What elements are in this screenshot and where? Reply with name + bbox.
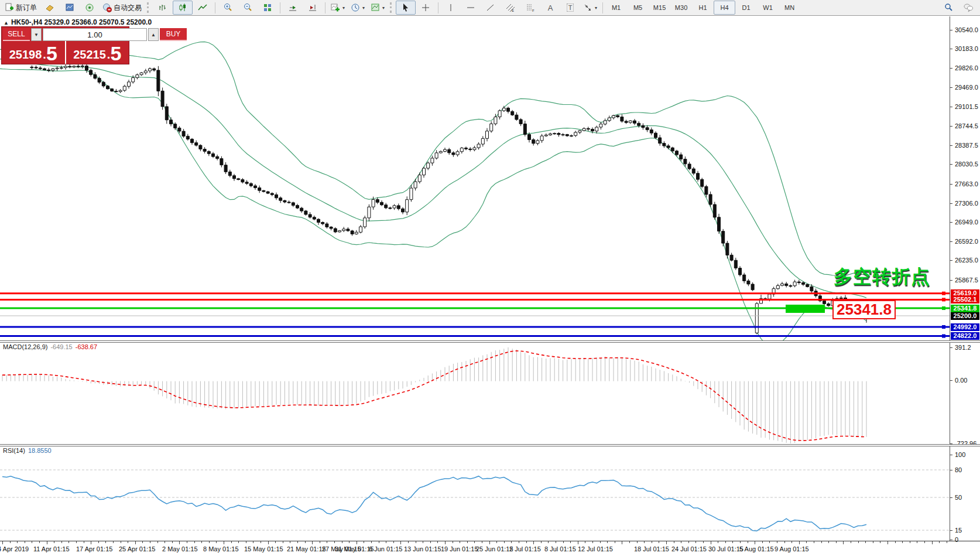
time-axis-label: 9 Aug 01:15	[775, 545, 809, 552]
time-axis-tick	[445, 541, 446, 544]
price-axis-tick-mark	[950, 107, 952, 107]
price-axis-tick-mark	[950, 203, 952, 204]
time-axis-label: 5 Aug 01:15	[739, 545, 774, 552]
volume-input[interactable]	[43, 28, 147, 41]
buy-price[interactable]: 25215.5	[66, 41, 129, 64]
price-line-label: 24822.0	[951, 332, 979, 340]
time-axis-tick	[157, 541, 158, 543]
price-line-label: 25341.8	[951, 305, 979, 312]
time-axis-tick	[533, 541, 534, 544]
time-axis-tick	[113, 541, 114, 543]
time-axis-tick	[644, 541, 645, 543]
price-axis-tick: 27306.0	[955, 200, 978, 207]
time-axis-label: 6 Jun 01:15	[369, 545, 403, 552]
price-axis-tick-mark	[950, 241, 952, 242]
time-axis-tick	[858, 541, 859, 543]
time-axis-tick	[150, 541, 150, 543]
time-axis-tick	[275, 541, 276, 543]
time-axis-tick	[755, 541, 755, 544]
price-axis-tick: 26949.0	[955, 219, 978, 226]
time-axis-label: 17 Apr 01:15	[76, 545, 112, 552]
support-zone-rectangle[interactable]	[786, 305, 825, 313]
time-axis-tick	[836, 541, 837, 543]
time-axis-label: 18 Jul 01:15	[634, 545, 669, 552]
time-axis-tick	[305, 541, 306, 543]
time-axis-tick	[268, 541, 269, 544]
time-axis-tick	[201, 541, 202, 543]
buy-button[interactable]: BUY	[160, 28, 187, 41]
collapse-panel-icon[interactable]: ▲	[4, 20, 9, 26]
rsi-axis-tick: 50	[955, 494, 962, 501]
time-axis-tick	[482, 541, 482, 543]
time-axis-tick	[371, 541, 372, 543]
price-axis-tick-mark	[950, 126, 952, 127]
volume-increase-button[interactable]: ▲	[148, 28, 159, 41]
time-axis-tick	[489, 541, 490, 544]
rsi-axis-tick-mark	[950, 497, 952, 498]
time-axis-tick	[231, 541, 232, 543]
time-axis-tick	[320, 541, 320, 543]
macd-splitter[interactable]	[0, 340, 980, 343]
macd-axis-tick-mark	[950, 380, 952, 381]
time-axis-label: 25 Apr 01:15	[119, 545, 155, 552]
rsi-splitter[interactable]	[0, 444, 980, 446]
macd-axis-tick: 391.2	[955, 344, 971, 351]
time-axis-label: 8 Jul 01:15	[544, 545, 576, 552]
rsi-axis-tick: 15	[955, 527, 962, 534]
macd-axis-tick-mark	[950, 347, 952, 348]
time-axis-label: 4 Apr 2019	[0, 545, 29, 552]
time-axis-tick	[821, 541, 822, 543]
time-axis-label: 12 Jul 01:15	[578, 545, 613, 552]
time-axis-tick	[659, 541, 659, 543]
time-axis-tick	[784, 541, 785, 543]
price-axis-tick-mark	[950, 87, 952, 88]
price-axis-tick: 28387.5	[955, 142, 978, 149]
time-axis-tick	[622, 541, 622, 544]
price-line-label: 25502.1	[951, 296, 979, 303]
time-axis-tick	[172, 541, 173, 543]
sell-price-base: 25198	[9, 47, 42, 62]
time-axis-tick	[437, 541, 438, 543]
rsi-axis-tick: 100	[955, 451, 965, 458]
time-axis-label: 19 Jun 01:15	[441, 545, 478, 552]
time-axis-tick	[578, 541, 578, 544]
sell-button[interactable]: SELL	[3, 28, 30, 41]
time-axis-tick	[511, 541, 512, 543]
time-axis-tick	[76, 541, 77, 543]
price-axis-tick: 26235.0	[955, 257, 978, 264]
price-axis-tick-mark	[950, 184, 952, 185]
time-axis-tick	[224, 541, 224, 544]
time-axis-label: 21 May 01:15	[287, 545, 326, 552]
time-axis-tick	[105, 541, 106, 543]
line-handle	[942, 298, 945, 301]
time-axis-tick	[327, 541, 327, 543]
price-axis-tick-mark	[950, 145, 952, 146]
macd-panel	[2, 347, 866, 444]
price-callout-box[interactable]: 25341.8	[832, 300, 896, 319]
time-axis-tick	[474, 541, 475, 543]
time-axis-tick	[32, 541, 32, 543]
time-axis-tick	[703, 541, 704, 543]
time-axis-tick	[725, 541, 726, 543]
time-axis-label: 30 Jul 01:15	[708, 545, 743, 552]
chart-canvas[interactable]	[0, 0, 980, 556]
time-axis-label: 8 May 01:15	[203, 545, 239, 552]
time-axis-tick	[142, 541, 143, 543]
time-axis-tick	[541, 541, 542, 543]
buy-price-base: 25215	[73, 47, 106, 62]
time-axis-label: 13 Jun 01:15	[404, 545, 441, 552]
time-axis-tick	[748, 541, 748, 543]
time-axis-tick	[939, 541, 940, 543]
price-axis-tick: 30540.0	[955, 26, 978, 33]
price-axis-tick: 27663.0	[955, 180, 978, 187]
volume-decrease-button[interactable]: ▼	[31, 28, 42, 41]
time-axis-label: 25 Jun 01:15	[476, 545, 513, 552]
time-axis-label: 11 Apr 01:15	[33, 545, 70, 552]
time-axis-tick	[681, 541, 681, 543]
time-axis-tick	[732, 541, 733, 543]
time-axis-tick	[718, 541, 718, 543]
sell-price[interactable]: 25198.5	[2, 41, 66, 64]
rsi-line	[2, 476, 866, 531]
rsi-axis-tick-mark	[950, 530, 952, 531]
time-axis-tick	[54, 541, 54, 543]
